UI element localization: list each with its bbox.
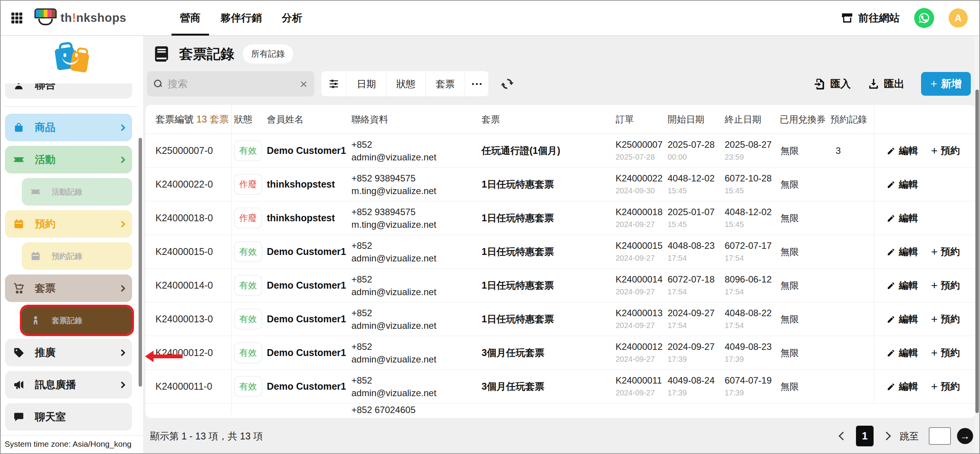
order-number: K24000022 [616,172,666,185]
row-actions: 編輯 + 預約 [874,168,975,201]
member-name: Demo Customer1 [266,246,348,257]
start-date-cell: 2024-09-27 17:39 [666,341,722,365]
start-date-cell: 4048-12-02 15:45 [666,172,722,197]
edit-button[interactable]: 編輯 [887,279,918,292]
header-order[interactable]: 訂單 [612,113,666,126]
header-package-id[interactable]: 套票編號 13 套票 [145,105,232,134]
previous-page-icon[interactable] [839,432,848,441]
filter-date-button[interactable]: 日期 [347,71,386,96]
sidebar-item-event-records[interactable]: 活動記錄 [22,178,132,206]
filter-sliders-button[interactable] [321,71,347,96]
row-actions: 編輯 + 預約 [874,336,975,369]
book-button[interactable]: + 預約 [931,144,960,157]
header-member-name[interactable]: 會員姓名 [266,113,348,126]
edit-button[interactable]: 編輯 [887,144,918,157]
refresh-button[interactable] [498,75,516,93]
status-badge: 有效 [234,241,262,262]
timezone-note: System time zone: Asia/Hong_kong [5,439,139,449]
header-status[interactable]: 狀態 [232,113,266,126]
order-number: K24000012 [616,341,666,353]
brand-logo[interactable]: th!nkshops [34,8,126,28]
add-button[interactable]: + 新增 [921,72,971,96]
filter-package-button[interactable]: 套票 [426,71,465,96]
sidebar-scrollbar[interactable] [139,138,142,387]
status-badge: 有效 [234,342,262,363]
tab-business[interactable]: 營商 [180,0,201,36]
book-button[interactable]: + 預約 [931,279,960,292]
header-contact[interactable]: 聯絡資料 [348,113,479,126]
order-number: K24000011 [616,374,666,387]
sidebar-item-union-clipped[interactable]: 聯合 [1,83,143,100]
edit-button[interactable]: 編輯 [887,212,918,224]
export-button[interactable]: 匯出 [867,77,904,91]
book-button[interactable]: + 預約 [931,346,960,359]
import-button[interactable]: 匯入 [814,77,851,91]
header-actions [874,105,975,134]
jump-page-input[interactable] [929,427,951,445]
header-package[interactable]: 套票 [479,113,612,126]
book-button[interactable]: + 預約 [931,380,960,393]
sidebar-item-products[interactable]: 商品 [5,114,132,141]
contact-email: admin@vizualize.net [351,319,479,332]
sidebar-item-package-records[interactable]: 套票記錄 [22,307,132,334]
start-date-cell: 4049-08-24 17:39 [666,374,722,399]
book-button[interactable]: + 預約 [931,313,960,326]
order-number: K24000018 [616,206,666,218]
pencil-icon [887,180,896,189]
contact-phone: +852 67024605 [348,403,479,414]
filter-status-button[interactable]: 狀態 [386,71,426,96]
refresh-icon [500,76,515,91]
more-filters-button[interactable] [465,71,488,96]
edit-button[interactable]: 編輯 [887,178,918,191]
end-date-cell: 6072-07-17 17:54 [722,240,775,264]
tab-partner-marketing[interactable]: 夥伴行銷 [220,0,262,36]
go-to-page-button[interactable]: → [957,428,973,444]
app-grid-icon[interactable] [8,10,25,26]
sidebar-item-booking-records[interactable]: 預約記錄 [22,242,132,270]
header-end-date[interactable]: 終止日期 [722,113,775,126]
sidebar-item-broadcast[interactable]: 訊息廣播 [5,371,132,398]
edit-button[interactable]: 編輯 [887,313,918,325]
user-avatar[interactable]: A [949,8,968,28]
order-number: K24000014 [616,273,666,286]
package-id: K24000012-0 [145,336,232,369]
whatsapp-icon[interactable] [914,8,934,28]
order-date: 2024-09-27 [616,319,666,332]
next-page-icon[interactable] [882,432,891,441]
header-booking-records[interactable]: 預約記錄 [829,113,874,126]
visit-site-button[interactable]: 前往網站 [841,11,900,25]
tab-analytics[interactable]: 分析 [282,0,302,36]
header-start-date[interactable]: 開始日期 [666,113,722,126]
main-content: 套票記錄 所有記錄 × 日期 狀態 套票 [143,36,979,453]
edit-button[interactable]: 編輯 [887,380,918,393]
edit-button[interactable]: 編輯 [887,245,918,258]
plus-icon: + [930,77,937,90]
order-cell: K24000011 2024-09-27 [612,374,666,399]
package-id: K24000011-0 [145,370,232,403]
main-scrollbar[interactable] [975,36,979,453]
megaphone-icon [13,379,25,391]
header-used-vouchers[interactable]: 已用兌換券 [775,113,829,126]
current-page-button[interactable]: 1 [856,426,874,446]
scrollbar-thumb[interactable] [975,90,979,413]
sidebar-item-promotions[interactable]: 推廣 [5,339,132,366]
records-filter-badge[interactable]: 所有記錄 [243,44,293,64]
book-button[interactable]: + 預約 [931,245,960,258]
member-name: Demo Customer1 [266,145,348,156]
sidebar-item-bookings[interactable]: 預約 [5,210,132,238]
package-name: 1日任玩特惠套票 [479,178,612,191]
contact-cell: +852 admin@vizualize.net [348,138,479,163]
clear-search-icon[interactable]: × [300,77,307,90]
contact-email: admin@vizualize.net [351,151,479,163]
sidebar-item-chatroom[interactable]: 聊天室 [5,403,132,431]
order-date: 2024-09-27 [616,218,666,230]
sidebar-item-events[interactable]: 活動 [5,146,132,173]
contact-cell: +852 admin@vizualize.net [348,307,479,332]
edit-button[interactable]: 編輯 [887,346,918,359]
order-date: 2024-09-27 [616,252,666,264]
search-input[interactable] [168,78,300,90]
table-header-row: 套票編號 13 套票 狀態 會員姓名 聯絡資料 套票 訂單 開始日期 終止日期 … [145,105,975,134]
sidebar-item-packages[interactable]: 套票 [5,274,132,302]
used-vouchers: 無限 [775,381,829,393]
used-vouchers: 無限 [775,279,829,292]
